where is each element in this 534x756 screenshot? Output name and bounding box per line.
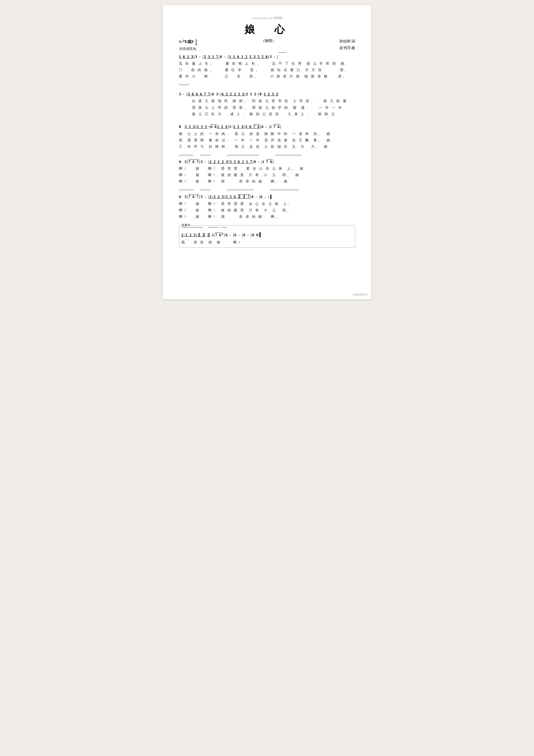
lyrics-1-3: 窗 外 小 树， 已 长 高， 小 路 变 大 路 矮 屋 变 楼 房。 xyxy=(179,73,355,79)
lyrics-1-1: 瓜 在 蔓 上 生， 蔓 在 根 上 长， 忘 不 了 生 养 孩 儿 辛 苦 … xyxy=(179,61,355,67)
score-end: 2·2 2 3|2̇ 2̇ 2̇ i|7 6∨|6 - |6 - |6 - |6… xyxy=(181,230,353,239)
score-line-1: 1 6 2 3|3 - |2 3 1 7|6 - |1 1 6 1 2 2 3 … xyxy=(179,52,355,61)
score-line-2: 3 - |3 6 6 6 7 7|6 3·|6 2 2 2 3 3|2 1 2·… xyxy=(179,90,355,98)
section-1: 1 6 2 3|3 - |2 3 1 7|6 - |1 1 6 1 2 2 3 … xyxy=(179,52,355,79)
lyrics-4-1: 啊！ 娘 啊！ 受 苦 受 累 全 心 在 儿 身 上。 娘 xyxy=(179,166,355,172)
composer-info: 孙伯和 词 吴书浮 曲 xyxy=(339,38,355,51)
lyrics-3-2: 风 霜 雪 雨 窗 前 过， 一 年 一 年 花 开 花 谢 花 又 飘 香。 … xyxy=(179,137,355,143)
footer-watermark: 本曲谱原创 xyxy=(353,293,368,297)
page-title: 娘 心 xyxy=(179,23,355,36)
lyrics-3-3: 工 作 学 习 好 榜 样， 望 儿 走 在 人 前 端 庄 又 大 方。 娘 xyxy=(179,144,355,149)
watermark-top: www.k1mk8.com 简谱网 xyxy=(179,16,355,20)
end-section: 结束句 2·2 2 3|2̇ 2̇ 2̇ i|7 6∨|6 - |6 - |6 … xyxy=(179,225,355,248)
sheet-music-page: www.k1mk8.com 简谱网 娘 心 1=bE或F 24 深情感恩地 （独… xyxy=(163,5,371,299)
lyrics-2-2: 望 孩 儿 上 学 的 背 影， 望 孩 儿 放 学 的 脸 庞， 一 年 一 … xyxy=(179,105,355,111)
lyrics-1-2: 门 前 的 路， 通 往 学 堂， 娘 站 在 窗 口 天 天 张 望。 xyxy=(179,67,355,73)
end-label: 结束句 xyxy=(181,223,191,227)
composer: 吴书浮 曲 xyxy=(339,45,355,51)
lyrics-5-2: 啊！ 娘 啊！ 娘 的 眼 里 只 有 小 儿 郎。 xyxy=(179,207,355,213)
section-4: 6· 3|7 6 7|3 - |2 2 1 2 3|5 5 6 2 1 7|6 … xyxy=(179,155,355,184)
meta-row: 1=bE或F 24 深情感恩地 （独唱） 孙伯和 词 吴书浮 曲 xyxy=(179,38,355,52)
score-line-3: 6 3 3 3|2 3 1·|6 61 2 3|5·5 5 3|5 6 7 6|… xyxy=(179,122,355,131)
section-2: 3 - |3 6 6 6 7 7|6 3·|6 2 2 2 3 3|2 1 2·… xyxy=(179,85,355,117)
lyrics-5-1: 啊！ 娘 啊！ 受 苦 受 累 全 心 在 儿 身 上。 xyxy=(179,201,355,207)
lyrics-4-2: 啊！ 娘 啊！ 娘 的 眼 里 只 有 小 儿 郎。 娘 xyxy=(179,172,355,178)
lyrics-4-3: 啊！ 娘 啊！ 我 亲 亲 的 娘 啊。 娘 xyxy=(179,178,355,184)
key-tempo: 1=bE或F 24 深情感恩地 xyxy=(179,38,198,52)
lyrics-end-1: 我 亲 亲 的 娘 啊！ xyxy=(181,239,353,245)
section-5: 6· 3|7 6 7|3 - |2·2 2 3|5 5 6 2̇ 1̇ 7|6 … xyxy=(179,190,355,220)
section-3: 6 3 3 3|2 3 1·|6 61 2 3|5·5 5 3|5 6 7 6|… xyxy=(179,122,355,149)
lyricist: 孙伯和 词 xyxy=(339,38,355,45)
lyrics-3-1: 娘 心 上 的 一 块 肉， 孩 儿 就 是 娘 眼 中 的 一 道 风 光。 … xyxy=(179,131,355,137)
subtitle-center: （独唱） xyxy=(198,38,339,43)
key-display: 1=bE或F 24 xyxy=(179,40,198,44)
lyrics-2-1: 从 孩 儿 落 地 吃 娘 奶， 到 孩 儿 背 书 包 上 学 堂， 孩 儿 … xyxy=(179,98,355,104)
lyrics-5-3: 啊！ 娘 啊！ 我 亲 亲 的 娘 啊。 xyxy=(179,214,355,220)
lyrics-2-3: 孩 儿 已 长 大 成 人， 娘 的 心 还 挂 儿 身 上， 娘 盼 儿 xyxy=(179,111,355,117)
style-text: 深情感恩地 xyxy=(179,46,198,52)
